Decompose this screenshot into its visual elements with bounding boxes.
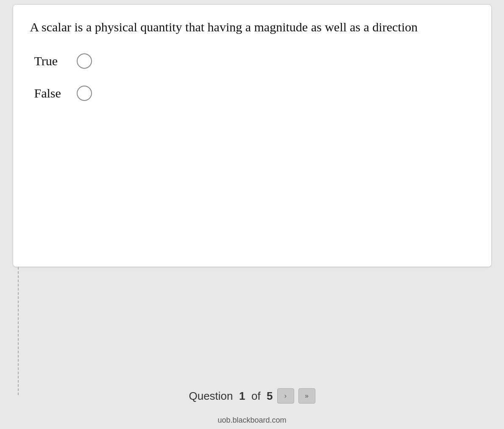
pagination-total: 5 [267,390,273,402]
last-page-button[interactable]: » [298,388,315,404]
option-false[interactable]: False [34,86,474,101]
answer-options: True False [30,53,474,101]
footer-domain: uob.blackboard.com [217,416,286,425]
next-icon: › [284,392,287,400]
last-icon: » [305,392,309,400]
page-wrapper: A scalar is a physical quantity that hav… [0,0,504,429]
pagination-prefix: Question [189,390,233,402]
option-true[interactable]: True [34,53,474,69]
bottom-area: Question 1 of 5 › » uob.blackboard.com [0,267,504,429]
question-text: A scalar is a physical quantity that hav… [30,17,474,36]
left-border-line [18,267,19,395]
option-true-label: True [34,54,68,68]
option-false-radio[interactable] [77,86,92,101]
option-true-radio[interactable] [77,53,92,69]
option-false-label: False [34,86,68,100]
pagination-bar: Question 1 of 5 › » [0,388,504,404]
pagination-text: Question 1 of 5 [189,390,273,403]
next-page-button[interactable]: › [277,388,294,404]
pagination-separator: of [251,390,261,402]
question-card: A scalar is a physical quantity that hav… [13,4,492,267]
pagination-current: 1 [239,390,245,402]
